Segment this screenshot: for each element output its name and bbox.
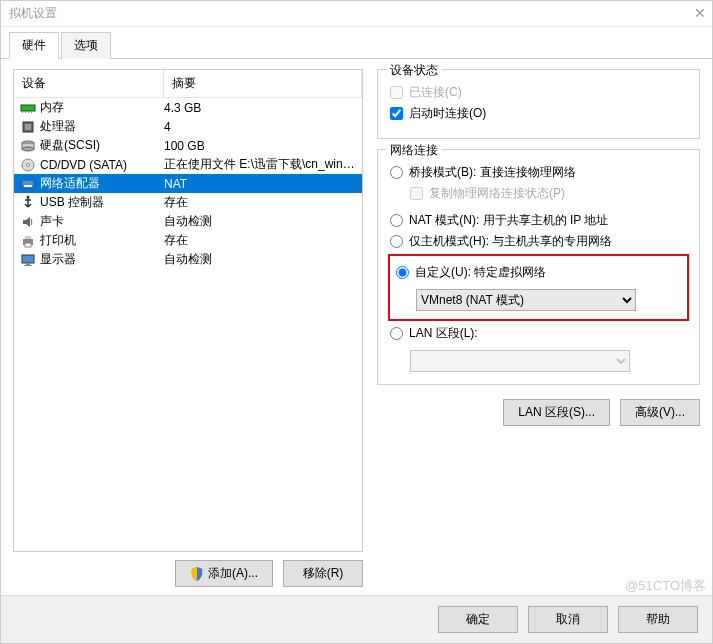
nat-radio[interactable] <box>390 214 403 227</box>
device-status-title: 设备状态 <box>386 62 442 79</box>
add-button-label: 添加(A)... <box>208 565 258 582</box>
hostonly-row[interactable]: 仅主机模式(H): 与主机共享的专用网络 <box>390 233 687 250</box>
device-row[interactable]: 显示器自动检测 <box>14 250 362 269</box>
device-summary: 自动检测 <box>164 251 362 268</box>
tab-options[interactable]: 选项 <box>61 32 111 59</box>
connected-label: 已连接(C) <box>409 84 462 101</box>
device-row[interactable]: 内存4.3 GB <box>14 98 362 117</box>
list-body: 内存4.3 GB处理器4硬盘(SCSI)100 GBCD/DVD (SATA)正… <box>14 98 362 551</box>
svg-rect-4 <box>31 111 32 113</box>
svg-rect-3 <box>28 111 29 113</box>
custom-network-select[interactable]: VMnet8 (NAT 模式) <box>416 289 636 311</box>
network-title: 网络连接 <box>386 142 442 159</box>
device-name: USB 控制器 <box>40 194 164 211</box>
lan-segments-button[interactable]: LAN 区段(S)... <box>503 399 610 426</box>
device-name: 显示器 <box>40 251 164 268</box>
bridged-label: 桥接模式(B): 直接连接物理网络 <box>409 164 576 181</box>
svg-rect-19 <box>26 263 30 265</box>
svg-rect-2 <box>25 111 26 113</box>
nat-label: NAT 模式(N): 用于共享主机的 IP 地址 <box>409 212 608 229</box>
device-status-group: 设备状态 已连接(C) 启动时连接(O) <box>377 69 700 139</box>
svg-rect-13 <box>24 185 32 187</box>
device-row[interactable]: 打印机存在 <box>14 231 362 250</box>
usb-icon <box>20 195 36 211</box>
device-name: 处理器 <box>40 118 164 135</box>
device-name: CD/DVD (SATA) <box>40 158 164 172</box>
ok-button[interactable]: 确定 <box>438 606 518 633</box>
svg-rect-6 <box>25 124 31 130</box>
device-row[interactable]: CD/DVD (SATA)正在使用文件 E:\迅雷下载\cn_wind... <box>14 155 362 174</box>
add-button[interactable]: 添加(A)... <box>175 560 273 587</box>
connect-poweron-checkbox[interactable] <box>390 107 403 120</box>
svg-point-11 <box>27 163 30 166</box>
device-name: 硬盘(SCSI) <box>40 137 164 154</box>
svg-point-14 <box>27 195 30 198</box>
lan-row[interactable]: LAN 区段(L): <box>390 325 687 342</box>
right-pane: 设备状态 已连接(C) 启动时连接(O) 网络连接 桥接模式(B): 直接连接物… <box>377 69 700 587</box>
window-title: 拟机设置 <box>9 5 57 22</box>
svg-rect-18 <box>22 255 34 263</box>
nic-icon <box>20 176 36 192</box>
device-summary: 存在 <box>164 194 362 211</box>
svg-rect-0 <box>21 105 35 111</box>
lan-segment-select <box>410 350 630 372</box>
svg-rect-17 <box>25 243 31 247</box>
device-summary: 100 GB <box>164 139 362 153</box>
custom-row[interactable]: 自定义(U): 特定虚拟网络 <box>396 264 681 281</box>
header-summary[interactable]: 摘要 <box>164 70 362 97</box>
device-summary: 正在使用文件 E:\迅雷下载\cn_wind... <box>164 156 362 173</box>
device-summary: 自动检测 <box>164 213 362 230</box>
list-header: 设备 摘要 <box>14 70 362 98</box>
shield-icon <box>190 567 204 581</box>
right-bottom-buttons: LAN 区段(S)... 高级(V)... <box>377 399 700 426</box>
connected-checkbox <box>390 86 403 99</box>
hostonly-label: 仅主机模式(H): 与主机共享的专用网络 <box>409 233 612 250</box>
custom-label: 自定义(U): 特定虚拟网络 <box>415 264 546 281</box>
device-row[interactable]: 声卡自动检测 <box>14 212 362 231</box>
remove-button[interactable]: 移除(R) <box>283 560 363 587</box>
titlebar: 拟机设置 ✕ <box>1 1 712 27</box>
bridged-row[interactable]: 桥接模式(B): 直接连接物理网络 <box>390 164 687 181</box>
replicate-row: 复制物理网络连接状态(P) <box>410 185 687 202</box>
printer-icon <box>20 233 36 249</box>
left-buttons: 添加(A)... 移除(R) <box>13 560 363 587</box>
device-summary: NAT <box>164 177 362 191</box>
device-summary: 4 <box>164 120 362 134</box>
tab-hardware[interactable]: 硬件 <box>9 32 59 59</box>
advanced-button[interactable]: 高级(V)... <box>620 399 700 426</box>
svg-rect-1 <box>22 111 23 113</box>
device-row[interactable]: 处理器4 <box>14 117 362 136</box>
hostonly-radio[interactable] <box>390 235 403 248</box>
bridged-radio[interactable] <box>390 166 403 179</box>
device-row[interactable]: 硬盘(SCSI)100 GB <box>14 136 362 155</box>
device-name: 内存 <box>40 99 164 116</box>
connect-poweron-label: 启动时连接(O) <box>409 105 486 122</box>
device-name: 网络适配器 <box>40 175 164 192</box>
vm-settings-dialog: 拟机设置 ✕ 硬件 选项 设备 摘要 内存4.3 GB处理器4硬盘(SCSI)1… <box>0 0 713 644</box>
hdd-icon <box>20 138 36 154</box>
help-button[interactable]: 帮助 <box>618 606 698 633</box>
display-icon <box>20 252 36 268</box>
connect-poweron-row[interactable]: 启动时连接(O) <box>390 105 687 122</box>
custom-radio[interactable] <box>396 266 409 279</box>
lan-radio[interactable] <box>390 327 403 340</box>
header-device[interactable]: 设备 <box>14 70 164 97</box>
svg-rect-20 <box>24 265 32 266</box>
sound-icon <box>20 214 36 230</box>
device-row[interactable]: 网络适配器NAT <box>14 174 362 193</box>
cpu-icon <box>20 119 36 135</box>
device-summary: 存在 <box>164 232 362 249</box>
device-list: 设备 摘要 内存4.3 GB处理器4硬盘(SCSI)100 GBCD/DVD (… <box>13 69 363 552</box>
left-pane: 设备 摘要 内存4.3 GB处理器4硬盘(SCSI)100 GBCD/DVD (… <box>13 69 363 587</box>
close-icon[interactable]: ✕ <box>694 5 706 21</box>
dialog-body: 设备 摘要 内存4.3 GB处理器4硬盘(SCSI)100 GBCD/DVD (… <box>1 59 712 595</box>
replicate-checkbox <box>410 187 423 200</box>
device-name: 打印机 <box>40 232 164 249</box>
device-row[interactable]: USB 控制器存在 <box>14 193 362 212</box>
network-group: 网络连接 桥接模式(B): 直接连接物理网络 复制物理网络连接状态(P) NAT… <box>377 149 700 385</box>
nat-row[interactable]: NAT 模式(N): 用于共享主机的 IP 地址 <box>390 212 687 229</box>
highlight-box: 自定义(U): 特定虚拟网络 VMnet8 (NAT 模式) <box>388 254 689 321</box>
svg-rect-16 <box>25 236 31 239</box>
cancel-button[interactable]: 取消 <box>528 606 608 633</box>
connected-checkbox-row: 已连接(C) <box>390 84 687 101</box>
